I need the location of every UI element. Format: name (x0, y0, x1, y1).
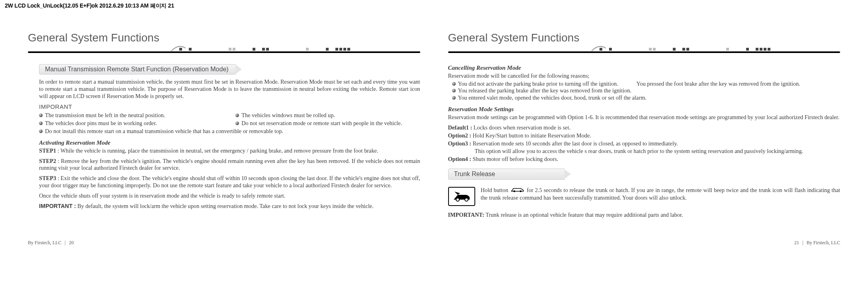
bullet-text: You released the parking brake after the… (458, 87, 632, 94)
default1-text: Locks doors when reservation mode is set… (472, 124, 570, 131)
bullet-text: You entered valet mode, opened the vehic… (458, 94, 647, 102)
banner-tail-icon (564, 169, 571, 179)
bullet-text: The vehicles windows must be rolled up. (241, 112, 335, 119)
trunk-open-icon (448, 187, 475, 206)
svg-point-0 (456, 198, 459, 201)
bullet-icon (235, 114, 239, 117)
important-label: IMPORTANT : (39, 203, 76, 209)
step3-text: : Exit the vehicle and close the door. T… (39, 175, 420, 188)
footer-page-number: 21 (794, 240, 799, 245)
step3-label: STEP3 (39, 175, 56, 181)
default1-label: Default1 : (448, 124, 472, 131)
option3-extra: This option will allow you to access the… (448, 148, 841, 155)
right-page: General System Functions Cancelling Rese… (448, 31, 841, 222)
trunk-release-banner: Trunk Release (448, 169, 571, 180)
bullet-text: Do not set reservation mode or remote st… (241, 120, 402, 127)
option3-text: Reservation mode sets 10 seconds after t… (471, 140, 678, 147)
list-item: Do not install this remote start on a ma… (39, 128, 420, 135)
bullet-icon (452, 82, 456, 86)
page-spread: General System Functions Manual Transmis… (0, 10, 868, 222)
step1-text: : While the vehicle is running, place th… (56, 147, 378, 154)
option3: Option3 : Reservation mode sets 10 secon… (448, 140, 841, 147)
important-note: IMPORTANT : By default, the system will … (39, 203, 420, 210)
step3: STEP3 : Exit the vehicle and close the d… (39, 175, 420, 189)
trunk-important: IMPORTANT: Trunk release is an optional … (448, 212, 841, 219)
cancel-bullet-list: You did not activate the parking brake p… (448, 80, 841, 102)
footer-right: 21 | By Firstech, LLC (794, 240, 840, 246)
step2: STEP2 : Remove the key from the vehicle'… (39, 158, 420, 172)
option3-label: Option3 : (448, 140, 471, 147)
trunk-release-row: Hold button for 2.5 seconds to release t… (448, 187, 841, 206)
trunk-text-pre: Hold button (481, 187, 510, 193)
svg-point-1 (465, 198, 468, 201)
svg-point-3 (520, 190, 522, 192)
once-text: Once the vehicle shuts off your system i… (39, 192, 420, 200)
option2-text: Hold Key/Start button to initiate Reserv… (471, 132, 591, 139)
bullet-text: Do not install this remote start on a ma… (45, 128, 283, 135)
default1: Default1 : Locks doors when reservation … (448, 124, 841, 131)
footer-sep: | (65, 240, 66, 245)
important-heading: IMPORANT (39, 103, 420, 111)
bullet-icon (39, 122, 43, 125)
bullet-icon (39, 129, 43, 133)
footer-by: By Firstech, LLC (807, 240, 840, 245)
option4-label: Option4 : (448, 156, 471, 162)
trunk-important-label: IMPORTANT: (448, 212, 484, 218)
step2-label: STEP2 (39, 158, 56, 164)
settings-heading: Reservation Mode Settings (448, 106, 841, 113)
banner-label: Trunk Release (448, 169, 565, 180)
list-item: Do not set reservation mode or remote st… (235, 120, 420, 127)
reservation-mode-banner: Manual Transmission Remote Start Functio… (39, 64, 242, 75)
settings-intro: Reservation mode settings can be program… (448, 114, 841, 121)
bullet-icon (39, 114, 43, 117)
list-item: The vehicles door pins must be in workin… (39, 120, 223, 127)
cancel-intro: Reservation mode will be cancelled for t… (448, 73, 841, 80)
option2-label: Option2 : (448, 132, 471, 139)
important-bullet-list: The transmission must be left in the neu… (39, 112, 420, 135)
section-title-right: General System Functions (448, 31, 841, 44)
cancelling-heading: Cancelling Reservation Mode (448, 64, 841, 72)
bullet-text: You pressed the foot brake after the key… (637, 80, 800, 87)
footer-page-number: 20 (69, 240, 74, 245)
footer-sep: | (802, 240, 803, 245)
svg-point-2 (513, 190, 515, 192)
step1: STEP1 : While the vehicle is running, pl… (39, 147, 420, 155)
option2: Option2 : Hold Key/Start button to initi… (448, 132, 841, 139)
section-title-left: General System Functions (28, 31, 420, 44)
bullet-text: The vehicles door pins must be in workin… (45, 120, 157, 127)
car-button-icon (511, 187, 524, 194)
bullet-icon (452, 96, 456, 100)
option4-text: Shuts motor off before locking doors. (471, 156, 558, 162)
list-item: The transmission must be left in the neu… (39, 112, 223, 119)
trunk-text: Hold button for 2.5 seconds to release t… (481, 187, 841, 202)
bullet-icon (452, 89, 456, 92)
banner-tail-icon (235, 65, 242, 74)
list-item: You entered valet mode, opened the vehic… (452, 94, 841, 102)
divider-rule (448, 47, 841, 55)
intro-paragraph: In order to remote start a manual transm… (39, 78, 420, 100)
list-item: You did not activate the parking brake p… (452, 80, 841, 88)
bullet-text: The transmission must be left in the neu… (45, 112, 165, 119)
option4: Option4 : Shuts motor off before locking… (448, 156, 841, 163)
trunk-important-text: Trunk release is an optional vehicle fea… (484, 212, 683, 218)
step1-label: STEP1 (39, 147, 56, 154)
important-text: By default, the system will lock/arm the… (76, 203, 374, 209)
bullet-text: You did not activate the parking brake p… (458, 80, 618, 88)
list-item: You pressed the foot brake after the key… (637, 80, 800, 88)
trunk-text-post: for 2.5 seconds to release the trunk or … (481, 187, 841, 201)
list-item: The vehicles windows must be rolled up. (235, 112, 420, 119)
banner-label: Manual Transmission Remote Start Functio… (39, 64, 236, 75)
divider-rule (28, 47, 420, 55)
print-header: 2W LCD Lock_UnLock(12.05 E+F)ok 2012.6.2… (0, 0, 868, 10)
activating-heading: Activating Reservation Mode (39, 139, 420, 147)
list-item: You released the parking brake after the… (452, 87, 841, 94)
bullet-icon (235, 122, 239, 125)
footer-by: By Firstech, LLC (28, 240, 61, 245)
step2-text: : Remove the key from the vehicle's igni… (39, 158, 420, 171)
left-page: General System Functions Manual Transmis… (28, 31, 420, 222)
footer-left: By Firstech, LLC | 20 (28, 240, 74, 246)
